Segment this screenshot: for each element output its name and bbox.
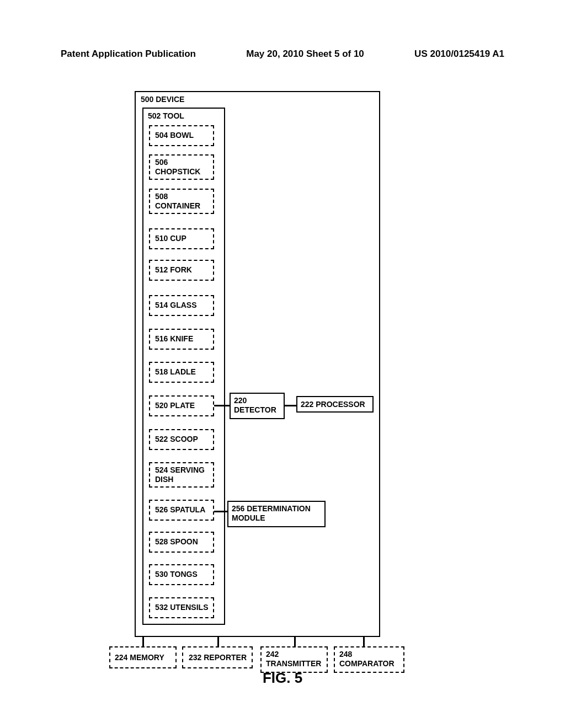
tool-label: 502 TOOL	[148, 111, 184, 121]
item-utensils-label: 532 UTENSILS	[155, 603, 208, 612]
figure-label: FIG. 5	[263, 670, 302, 687]
header-right: US 2010/0125419 A1	[414, 49, 504, 60]
item-glass-label: 514 GLASS	[155, 301, 196, 310]
item-chopstick-label: 506 CHOPSTICK	[155, 158, 210, 176]
connector-spatula-determination	[214, 511, 227, 512]
item-fork-label: 512 FORK	[155, 265, 192, 275]
item-serving-dish-label: 524 SERVING DISH	[155, 465, 210, 484]
connector-detector-processor	[285, 405, 296, 406]
comparator-label: 248 COMPARATOR	[339, 650, 400, 668]
item-cup-label: 510 CUP	[155, 234, 186, 243]
item-spatula-label: 526 SPATULA	[155, 505, 205, 515]
item-scoop-label: 522 SCOOP	[155, 435, 198, 444]
page-header: Patent Application Publication May 20, 2…	[0, 49, 565, 60]
device-label: 500 DEVICE	[141, 95, 184, 104]
reporter-label: 232 REPORTER	[189, 653, 247, 662]
item-ladle-label: 518 LADLE	[155, 367, 196, 377]
item-spoon-label: 528 SPOON	[155, 537, 198, 547]
connector-memory	[142, 637, 144, 646]
detector-label: 220 DETECTOR	[234, 396, 284, 415]
header-center: May 20, 2010 Sheet 5 of 10	[246, 49, 364, 60]
memory-label: 224 MEMORY	[115, 653, 164, 662]
connector-transmitter	[294, 637, 296, 646]
connector-reporter	[217, 637, 219, 646]
header-left: Patent Application Publication	[61, 49, 196, 60]
item-bowl-label: 504 BOWL	[155, 131, 194, 140]
connector-plate-detector	[214, 405, 230, 406]
transmitter-label: 242 TRANSMITTER	[266, 650, 327, 668]
determination-label: 256 DETERMINATION MODULE	[232, 504, 326, 523]
item-knife-label: 516 KNIFE	[155, 334, 193, 344]
item-container-label: 508 CONTAINER	[155, 192, 210, 211]
item-plate-label: 520 PLATE	[155, 401, 195, 410]
item-tongs-label: 530 TONGS	[155, 570, 198, 579]
processor-label: 222 PROCESSOR	[301, 400, 365, 409]
connector-comparator	[363, 637, 365, 646]
